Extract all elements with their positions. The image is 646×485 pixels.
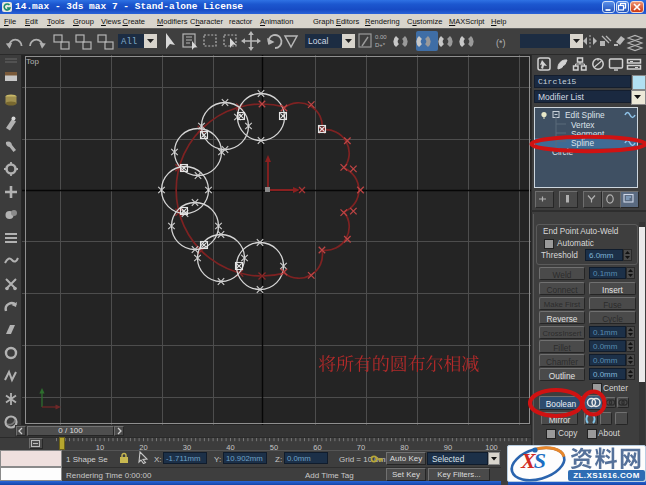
svg-text:Edit Spline: Edit Spline bbox=[565, 110, 605, 120]
svg-text:Local: Local bbox=[308, 36, 328, 46]
svg-text:0.00: 0.00 bbox=[375, 34, 387, 40]
svg-text:D+*: D+* bbox=[375, 42, 386, 48]
svg-text:All: All bbox=[121, 37, 137, 47]
svg-text:(*): (*) bbox=[496, 38, 506, 48]
